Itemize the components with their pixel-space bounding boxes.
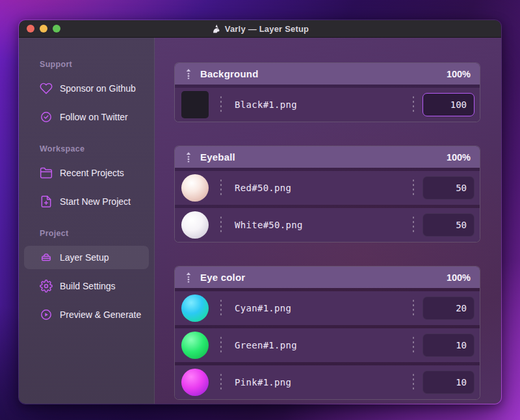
gear-icon (40, 280, 53, 293)
group-title: Background (200, 68, 259, 79)
group-opacity: 100% (447, 69, 471, 79)
group-opacity: 100% (447, 272, 471, 283)
layer-basket-icon (40, 251, 53, 264)
layer-filename: Pink#1.png (235, 377, 404, 387)
layer-weight-input[interactable] (422, 176, 474, 200)
app-window: Varly — Layer Setup Support Sponsor on G… (18, 20, 502, 404)
sidebar-item-label: Recent Projects (60, 168, 124, 178)
minimize-button[interactable] (40, 25, 47, 33)
close-button[interactable] (27, 25, 34, 33)
group-title: Eyeball (200, 151, 235, 163)
sidebar-item-recent-projects[interactable]: Recent Projects (24, 161, 149, 185)
layer-group-background: Background 100% Black#1.png (174, 62, 480, 122)
dotted-divider (413, 179, 414, 196)
dotted-divider (220, 179, 222, 196)
layer-thumbnail-white (181, 211, 209, 239)
unicorn-icon (211, 24, 221, 34)
file-plus-icon (40, 195, 53, 208)
dotted-divider (220, 374, 222, 391)
layer-weight-input[interactable] (422, 93, 474, 116)
layer-group-eye-color: Eye color 100% Cyan#1.png Green#1.png (174, 266, 480, 400)
layer-group-eyeball: Eyeball 100% Red#50.png White#50.png (174, 146, 480, 243)
dotted-divider (413, 217, 414, 233)
layer-filename: White#50.png (235, 220, 404, 230)
layer-thumbnail-black (181, 91, 209, 118)
sidebar-item-sponsor-on-github[interactable]: Sponsor on Github (24, 77, 149, 100)
group-header: Eyeball 100% (175, 146, 480, 168)
sidebar-section-workspace: Workspace Recent Projects Start New Proj… (24, 144, 149, 213)
window-title-text: Varly — Layer Setup (225, 24, 309, 34)
traffic-lights (27, 20, 60, 37)
layer-row: Pink#1.png (175, 365, 480, 399)
layer-filename: Red#50.png (235, 183, 404, 193)
sidebar: Support Sponsor on Github Follow on Twit… (19, 38, 155, 404)
layer-row: Cyan#1.png (175, 291, 480, 325)
section-label-project: Project (40, 229, 149, 238)
layer-setup-panel: Background 100% Black#1.png Eyeba (155, 38, 501, 404)
layer-filename: Black#1.png (235, 99, 404, 110)
dotted-divider (413, 337, 414, 354)
group-opacity: 100% (447, 152, 471, 163)
titlebar[interactable]: Varly — Layer Setup (19, 20, 501, 38)
layer-row: Red#50.png (175, 171, 480, 205)
sidebar-item-layer-setup[interactable]: Layer Setup (24, 246, 149, 269)
group-title: Eye color (200, 272, 245, 283)
sidebar-item-label: Start New Project (60, 196, 131, 207)
layer-row: Green#1.png (175, 328, 480, 362)
layer-weight-input[interactable] (422, 296, 474, 320)
sidebar-item-build-settings[interactable]: Build Settings (24, 274, 149, 298)
drag-handle-icon[interactable] (185, 272, 192, 283)
dotted-divider (220, 96, 222, 113)
layer-thumbnail-pink (181, 369, 209, 396)
layer-weight-input[interactable] (422, 371, 474, 394)
sidebar-item-label: Sponsor on Github (60, 83, 136, 94)
layer-row: White#50.png (175, 208, 480, 242)
folder-icon (40, 166, 53, 179)
dotted-divider (413, 96, 414, 113)
layer-thumbnail-green (181, 332, 209, 359)
heart-icon (40, 82, 53, 95)
group-header: Background 100% (175, 63, 480, 85)
verified-check-icon (40, 111, 53, 124)
layer-filename: Green#1.png (235, 340, 404, 350)
sidebar-item-label: Layer Setup (60, 252, 109, 263)
layer-weight-input[interactable] (422, 213, 474, 237)
section-label-support: Support (40, 60, 149, 69)
layer-weight-input[interactable] (422, 334, 474, 357)
layer-row: Black#1.png (175, 88, 480, 122)
dotted-divider (413, 300, 414, 317)
sidebar-item-start-new-project[interactable]: Start New Project (24, 190, 149, 213)
window-title: Varly — Layer Setup (211, 24, 309, 34)
sidebar-section-support: Support Sponsor on Github Follow on Twit… (24, 60, 149, 129)
dotted-divider (220, 337, 222, 354)
sidebar-item-preview-generate[interactable]: Preview & Generate (24, 303, 149, 326)
layer-thumbnail-red (181, 174, 209, 202)
sidebar-item-label: Build Settings (60, 281, 116, 291)
layer-filename: Cyan#1.png (235, 303, 404, 313)
drag-handle-icon[interactable] (185, 68, 192, 80)
play-circle-icon (40, 308, 53, 321)
sidebar-item-label: Follow on Twitter (60, 112, 128, 122)
group-header: Eye color 100% (175, 267, 480, 288)
sidebar-section-project: Project Layer Setup Build Settings (24, 229, 149, 326)
section-label-workspace: Workspace (40, 144, 149, 153)
dotted-divider (220, 300, 222, 317)
sidebar-item-follow-on-twitter[interactable]: Follow on Twitter (24, 105, 149, 129)
drag-handle-icon[interactable] (185, 151, 192, 163)
layer-thumbnail-cyan (181, 295, 209, 322)
sidebar-item-label: Preview & Generate (60, 309, 141, 320)
zoom-button[interactable] (53, 25, 60, 33)
dotted-divider (413, 374, 414, 391)
dotted-divider (220, 217, 222, 233)
